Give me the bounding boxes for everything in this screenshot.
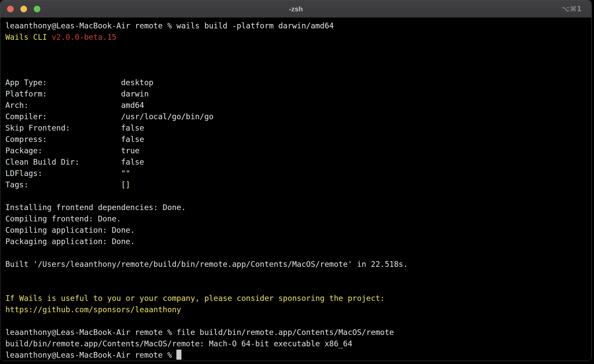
terminal-line: App Type: desktop (5, 77, 588, 88)
terminal-line: Built '/Users/leaanthony/remote/build/bi… (5, 258, 588, 270)
terminal-text: leaanthony@Leas-MacBook-Air remote % fil… (5, 328, 394, 337)
terminal-screen[interactable]: leaanthony@Leas-MacBook-Air remote % wai… (0, 18, 591, 361)
terminal-text: Compress: (5, 135, 121, 144)
terminal-text: Package: (5, 146, 121, 155)
terminal-line: leaanthony@Leas-MacBook-Air remote % (5, 349, 588, 361)
terminal-line (5, 315, 588, 327)
terminal-line (5, 54, 588, 65)
terminal-window: -zsh ⌥⌘1 leaanthony@Leas-MacBook-Air rem… (0, 0, 592, 361)
terminal-text: Arch: (5, 101, 121, 110)
terminal-line: LDFlags: "" (5, 168, 588, 179)
terminal-line: Installing frontend dependencies: Done. (5, 202, 588, 213)
terminal-line: If Wails is useful to you or your compan… (5, 293, 588, 304)
terminal-line: Compiler: /usr/local/go/bin/go (5, 111, 588, 122)
terminal-text: Tags: (5, 180, 121, 189)
terminal-text: leaanthony@Leas-MacBook-Air remote % (5, 351, 176, 359)
terminal-line: Clean Build Dir: false (5, 156, 588, 168)
terminal-line: Compiling frontend: Done. (5, 213, 588, 224)
terminal-line: leaanthony@Leas-MacBook-Air remote % fil… (5, 327, 588, 338)
terminal-text: true (121, 146, 139, 155)
text-cursor (176, 350, 181, 360)
terminal-text: v2.0.0-beta.15 (51, 33, 116, 41)
terminal-line: Compiling application: Done. (5, 224, 588, 236)
terminal-line: leaanthony@Leas-MacBook-Air remote % wai… (5, 20, 588, 31)
terminal-text: "" (121, 169, 130, 178)
terminal-text: Compiler: (5, 112, 121, 121)
terminal-text: Built '/Users/leaanthony/remote/build/bi… (5, 260, 408, 268)
terminal-text: If Wails is useful to you or your compan… (5, 294, 385, 303)
terminal-line: Arch: amd64 (5, 100, 588, 111)
terminal-line: Wails CLI v2.0.0-beta.15 (5, 31, 588, 43)
window-title: -zsh (0, 0, 591, 18)
terminal-text: Wails CLI (5, 33, 51, 41)
terminal-text: false (121, 124, 144, 132)
terminal-line (5, 65, 588, 77)
terminal-text: [] (121, 180, 130, 189)
terminal-text: build/bin/remote.app/Contents/MacOS/remo… (5, 339, 352, 348)
terminal-text: amd64 (121, 101, 144, 110)
terminal-text: desktop (121, 78, 153, 87)
terminal-line (5, 43, 588, 54)
terminal-text: /usr/local/go/bin/go (121, 112, 213, 121)
terminal-line (5, 247, 588, 258)
terminal-text: darwin (121, 89, 149, 98)
terminal-text: Installing frontend dependencies: Done. (5, 203, 186, 212)
terminal-text: Clean Build Dir: (5, 158, 121, 166)
terminal-text: Platform: (5, 89, 121, 98)
terminal-line: Skip Frontend: false (5, 122, 588, 134)
terminal-text: App Type: (5, 78, 121, 87)
terminal-line: Platform: darwin (5, 88, 588, 100)
title-bar[interactable]: -zsh ⌥⌘1 (0, 0, 591, 18)
terminal-text: false (121, 158, 144, 166)
terminal-line: https://github.com/sponsors/leaanthony (5, 304, 588, 315)
window-shortcut-badge: ⌥⌘1 (562, 0, 582, 18)
terminal-text: Compiling application: Done. (5, 226, 135, 234)
terminal-text: Packaging application: Done. (5, 237, 135, 246)
terminal-line: build/bin/remote.app/Contents/MacOS/remo… (5, 338, 588, 349)
terminal-line: Packaging application: Done. (5, 236, 588, 247)
terminal-text: Skip Frontend: (5, 124, 121, 132)
terminal-line (5, 270, 588, 281)
terminal-line: Tags: [] (5, 179, 588, 190)
terminal-text: leaanthony@Leas-MacBook-Air remote % wai… (5, 21, 334, 30)
terminal-line (5, 190, 588, 202)
terminal-text: false (121, 135, 144, 144)
terminal-line: Package: true (5, 145, 588, 156)
terminal-text: Compiling frontend: Done. (5, 214, 121, 223)
terminal-line: Compress: false (5, 134, 588, 145)
terminal-text: LDFlags: (5, 169, 121, 178)
terminal-text: https://github.com/sponsors/leaanthony (5, 305, 181, 314)
terminal-line (5, 281, 588, 293)
